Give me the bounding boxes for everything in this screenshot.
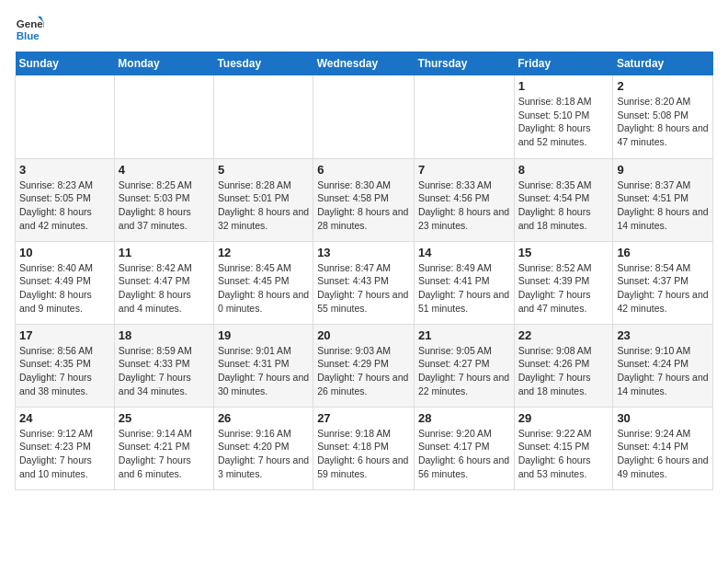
calendar-cell: 19Sunrise: 9:01 AMSunset: 4:31 PMDayligh… <box>213 324 313 407</box>
calendar-cell: 11Sunrise: 8:42 AMSunset: 4:47 PMDayligh… <box>114 241 213 324</box>
calendar-cell: 9Sunrise: 8:37 AMSunset: 4:51 PMDaylight… <box>613 158 713 241</box>
calendar-cell: 22Sunrise: 9:08 AMSunset: 4:26 PMDayligh… <box>514 324 613 407</box>
day-detail: Sunrise: 8:54 AMSunset: 4:37 PMDaylight:… <box>617 261 709 316</box>
day-number: 15 <box>518 246 609 259</box>
day-number: 4 <box>119 163 210 177</box>
day-detail: Sunrise: 9:20 AMSunset: 4:17 PMDaylight:… <box>418 427 510 481</box>
calendar-cell: 20Sunrise: 9:03 AMSunset: 4:29 PMDayligh… <box>313 324 415 407</box>
calendar-cell <box>16 75 115 158</box>
day-detail: Sunrise: 8:47 AMSunset: 4:43 PMDaylight:… <box>317 261 410 316</box>
day-detail: Sunrise: 9:10 AMSunset: 4:24 PMDaylight:… <box>617 344 709 398</box>
day-number: 12 <box>218 246 309 259</box>
day-number: 26 <box>218 411 309 425</box>
calendar-cell <box>313 75 415 158</box>
day-number: 9 <box>617 163 709 177</box>
day-detail: Sunrise: 9:05 AMSunset: 4:27 PMDaylight:… <box>418 344 510 398</box>
day-detail: Sunrise: 9:03 AMSunset: 4:29 PMDaylight:… <box>317 344 410 398</box>
day-number: 14 <box>418 246 510 259</box>
calendar-table: SundayMondayTuesdayWednesdayThursdayFrid… <box>15 52 713 490</box>
day-number: 6 <box>317 163 410 177</box>
calendar-cell: 5Sunrise: 8:28 AMSunset: 5:01 PMDaylight… <box>213 158 313 241</box>
day-detail: Sunrise: 9:14 AMSunset: 4:21 PMDaylight:… <box>119 427 210 481</box>
day-number: 29 <box>518 411 609 425</box>
calendar-cell: 1Sunrise: 8:18 AMSunset: 5:10 PMDaylight… <box>514 75 613 158</box>
day-number: 24 <box>19 411 110 425</box>
svg-text:General: General <box>17 18 44 29</box>
calendar-cell: 17Sunrise: 8:56 AMSunset: 4:35 PMDayligh… <box>16 324 115 407</box>
calendar-cell <box>414 75 514 158</box>
weekday-header: Tuesday <box>213 52 313 75</box>
calendar-cell: 23Sunrise: 9:10 AMSunset: 4:24 PMDayligh… <box>613 324 713 407</box>
calendar-cell: 6Sunrise: 8:30 AMSunset: 4:58 PMDaylight… <box>313 158 415 241</box>
day-detail: Sunrise: 9:08 AMSunset: 4:26 PMDaylight:… <box>518 344 609 398</box>
weekday-header: Saturday <box>613 52 713 75</box>
day-number: 1 <box>518 79 609 93</box>
calendar-cell: 3Sunrise: 8:23 AMSunset: 5:05 PMDaylight… <box>16 158 115 241</box>
calendar-cell <box>114 75 213 158</box>
calendar-cell: 15Sunrise: 8:52 AMSunset: 4:39 PMDayligh… <box>514 241 613 324</box>
day-detail: Sunrise: 9:22 AMSunset: 4:15 PMDaylight:… <box>518 427 609 481</box>
day-detail: Sunrise: 8:35 AMSunset: 4:54 PMDaylight:… <box>518 178 609 233</box>
day-detail: Sunrise: 8:25 AMSunset: 5:03 PMDaylight:… <box>119 178 210 233</box>
weekday-header: Sunday <box>16 52 115 75</box>
day-detail: Sunrise: 8:20 AMSunset: 5:08 PMDaylight:… <box>617 95 709 149</box>
day-number: 27 <box>317 411 410 425</box>
day-detail: Sunrise: 9:12 AMSunset: 4:23 PMDaylight:… <box>19 427 110 481</box>
day-detail: Sunrise: 9:01 AMSunset: 4:31 PMDaylight:… <box>218 344 309 398</box>
day-number: 10 <box>19 246 110 259</box>
calendar-cell: 8Sunrise: 8:35 AMSunset: 4:54 PMDaylight… <box>514 158 613 241</box>
day-number: 3 <box>19 163 110 177</box>
day-detail: Sunrise: 8:59 AMSunset: 4:33 PMDaylight:… <box>119 344 210 398</box>
day-detail: Sunrise: 8:23 AMSunset: 5:05 PMDaylight:… <box>19 178 110 233</box>
day-detail: Sunrise: 8:28 AMSunset: 5:01 PMDaylight:… <box>218 178 309 233</box>
day-detail: Sunrise: 8:40 AMSunset: 4:49 PMDaylight:… <box>19 261 110 316</box>
weekday-header: Wednesday <box>313 52 415 75</box>
calendar-cell: 14Sunrise: 8:49 AMSunset: 4:41 PMDayligh… <box>414 241 514 324</box>
logo: General Blue <box>15 15 44 44</box>
day-detail: Sunrise: 8:30 AMSunset: 4:58 PMDaylight:… <box>317 178 410 233</box>
day-detail: Sunrise: 9:16 AMSunset: 4:20 PMDaylight:… <box>218 427 309 481</box>
day-number: 19 <box>218 328 309 342</box>
day-detail: Sunrise: 8:18 AMSunset: 5:10 PMDaylight:… <box>518 95 609 149</box>
weekday-header: Monday <box>114 52 213 75</box>
day-number: 8 <box>518 163 609 177</box>
calendar-cell: 29Sunrise: 9:22 AMSunset: 4:15 PMDayligh… <box>514 407 613 489</box>
calendar-cell: 10Sunrise: 8:40 AMSunset: 4:49 PMDayligh… <box>16 241 115 324</box>
logo-icon: General Blue <box>15 15 44 44</box>
weekday-header: Thursday <box>414 52 514 75</box>
calendar-cell: 4Sunrise: 8:25 AMSunset: 5:03 PMDaylight… <box>114 158 213 241</box>
day-number: 25 <box>119 411 210 425</box>
day-detail: Sunrise: 8:52 AMSunset: 4:39 PMDaylight:… <box>518 261 609 316</box>
day-detail: Sunrise: 8:56 AMSunset: 4:35 PMDaylight:… <box>19 344 110 398</box>
svg-text:Blue: Blue <box>17 30 40 41</box>
day-number: 16 <box>617 246 709 259</box>
day-detail: Sunrise: 9:18 AMSunset: 4:18 PMDaylight:… <box>317 427 410 481</box>
day-detail: Sunrise: 8:49 AMSunset: 4:41 PMDaylight:… <box>418 261 510 316</box>
calendar-cell: 16Sunrise: 8:54 AMSunset: 4:37 PMDayligh… <box>613 241 713 324</box>
day-number: 2 <box>617 79 709 93</box>
calendar-cell: 12Sunrise: 8:45 AMSunset: 4:45 PMDayligh… <box>213 241 313 324</box>
day-number: 30 <box>617 411 709 425</box>
calendar-cell: 24Sunrise: 9:12 AMSunset: 4:23 PMDayligh… <box>16 407 115 489</box>
calendar-cell: 25Sunrise: 9:14 AMSunset: 4:21 PMDayligh… <box>114 407 213 489</box>
day-number: 11 <box>119 246 210 259</box>
weekday-header: Friday <box>514 52 613 75</box>
calendar-cell: 27Sunrise: 9:18 AMSunset: 4:18 PMDayligh… <box>313 407 415 489</box>
day-detail: Sunrise: 8:45 AMSunset: 4:45 PMDaylight:… <box>218 261 309 316</box>
day-detail: Sunrise: 9:24 AMSunset: 4:14 PMDaylight:… <box>617 427 709 481</box>
day-number: 17 <box>19 328 110 342</box>
day-number: 13 <box>317 246 410 259</box>
day-number: 5 <box>218 163 309 177</box>
day-number: 22 <box>518 328 609 342</box>
calendar-cell: 28Sunrise: 9:20 AMSunset: 4:17 PMDayligh… <box>414 407 514 489</box>
calendar-cell: 18Sunrise: 8:59 AMSunset: 4:33 PMDayligh… <box>114 324 213 407</box>
page-header: General Blue <box>15 15 713 44</box>
day-number: 21 <box>418 328 510 342</box>
calendar-cell: 13Sunrise: 8:47 AMSunset: 4:43 PMDayligh… <box>313 241 415 324</box>
calendar-header: SundayMondayTuesdayWednesdayThursdayFrid… <box>16 52 713 75</box>
calendar-cell: 21Sunrise: 9:05 AMSunset: 4:27 PMDayligh… <box>414 324 514 407</box>
calendar-cell: 2Sunrise: 8:20 AMSunset: 5:08 PMDaylight… <box>613 75 713 158</box>
day-number: 28 <box>418 411 510 425</box>
calendar-cell: 30Sunrise: 9:24 AMSunset: 4:14 PMDayligh… <box>613 407 713 489</box>
day-detail: Sunrise: 8:33 AMSunset: 4:56 PMDaylight:… <box>418 178 510 233</box>
